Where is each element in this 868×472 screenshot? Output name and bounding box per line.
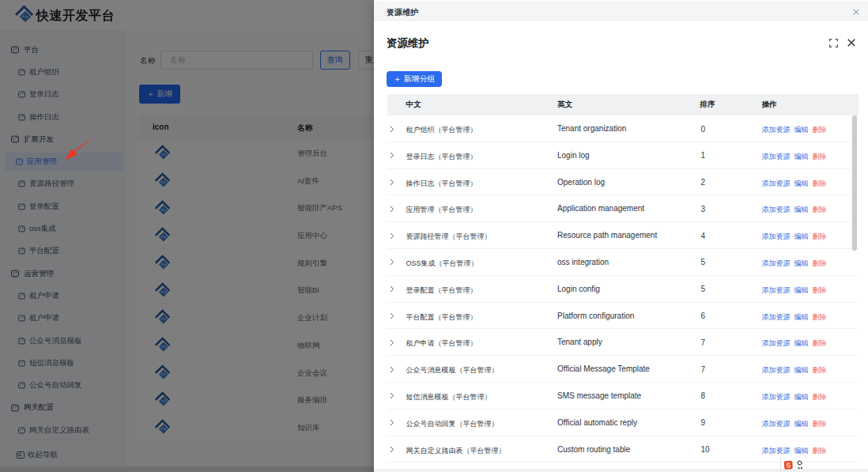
svg-text:S: S xyxy=(786,461,791,469)
